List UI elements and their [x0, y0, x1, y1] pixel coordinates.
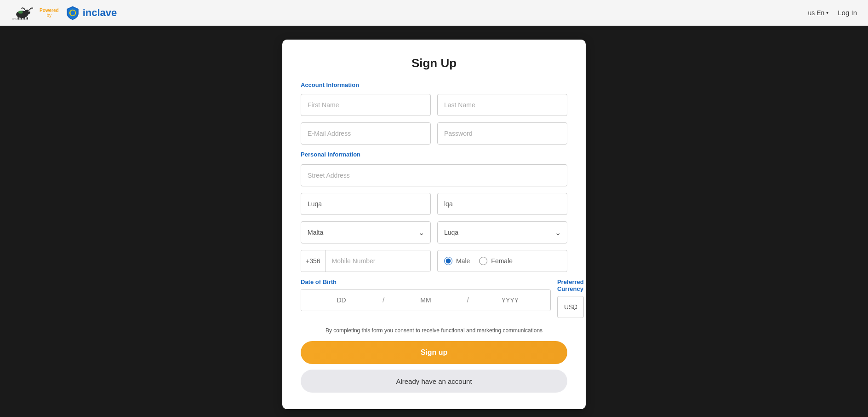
last-name-group — [437, 94, 567, 116]
dob-input-wrapper: / / — [301, 289, 551, 311]
bull-icon: RAGING BULL — [11, 5, 33, 21]
signup-form-card: Sign Up Account Information Personal Inf… — [282, 40, 586, 409]
personal-info-label: Personal Information — [301, 151, 567, 158]
country-select[interactable]: Malta United Kingdom United States Germa… — [301, 221, 431, 243]
gender-female-option[interactable]: Female — [479, 257, 513, 265]
region-select[interactable]: Luqa Valletta Birkirkara Qormi — [437, 221, 567, 243]
header-logo-area: RAGING BULL Powered by i inclave — [11, 5, 117, 21]
currency-select-wrapper: USD EUR GBP JPY ⌄ — [557, 296, 584, 318]
phone-group: +356 — [301, 250, 431, 272]
lang-label: us En — [808, 9, 824, 17]
svg-point-2 — [29, 10, 30, 12]
street-row — [301, 164, 567, 186]
inclave-in: in — [83, 7, 92, 18]
first-name-input[interactable] — [301, 94, 431, 116]
dob-label: Date of Birth — [301, 278, 551, 285]
account-info-label: Account Information — [301, 81, 567, 88]
street-group — [301, 164, 567, 186]
region-group: Luqa Valletta Birkirkara Qormi ⌄ — [437, 221, 567, 243]
email-group — [301, 122, 431, 145]
powered-by-label: Powered by — [40, 8, 59, 18]
dob-sep-1: / — [382, 296, 385, 304]
login-button[interactable]: Log In — [838, 9, 857, 17]
gender-selector: Male Female — [437, 250, 567, 272]
lang-chevron-icon: ▾ — [826, 10, 828, 15]
dob-month-input[interactable] — [385, 290, 466, 311]
dob-currency-row: Date of Birth / / Preferred Currency USD… — [301, 278, 567, 318]
street-input[interactable] — [301, 164, 567, 186]
raging-bull-logo: RAGING BULL — [11, 5, 33, 21]
gender-female-label: Female — [491, 257, 513, 265]
state-input[interactable] — [437, 193, 567, 215]
inclave-shield-icon: i — [65, 6, 80, 20]
gender-female-radio[interactable] — [479, 257, 487, 265]
signup-button[interactable]: Sign up — [301, 341, 567, 364]
main-content: Sign Up Account Information Personal Inf… — [0, 26, 868, 417]
city-group — [301, 193, 431, 215]
currency-label: Preferred Currency — [557, 278, 584, 292]
phone-country-code: +356 — [301, 250, 326, 272]
currency-select[interactable]: USD EUR GBP JPY — [557, 296, 584, 318]
password-input[interactable] — [437, 122, 567, 145]
dob-year-input[interactable] — [470, 290, 550, 311]
header: RAGING BULL Powered by i inclave us En ▾ — [0, 0, 868, 26]
dob-group: Date of Birth / / — [301, 278, 551, 318]
password-group — [437, 122, 567, 145]
gender-group: Male Female — [437, 250, 567, 272]
powered-text: Powered — [40, 8, 59, 13]
gender-male-option[interactable]: Male — [444, 257, 470, 265]
phone-field: +356 — [301, 250, 431, 272]
first-name-group — [301, 94, 431, 116]
city-state-row — [301, 193, 567, 215]
gender-male-radio[interactable] — [444, 257, 452, 265]
currency-group: Preferred Currency USD EUR GBP JPY ⌄ — [557, 278, 584, 318]
gender-male-label: Male — [456, 257, 470, 265]
city-input[interactable] — [301, 193, 431, 215]
form-title: Sign Up — [301, 56, 567, 70]
by-text: by — [47, 13, 52, 18]
inclave-name: inclave — [83, 7, 117, 19]
consent-text: By completing this form you consent to r… — [301, 327, 567, 334]
svg-point-7 — [18, 11, 23, 13]
language-selector[interactable]: us En ▾ — [808, 9, 828, 17]
svg-text:RAGING BULL: RAGING BULL — [12, 18, 27, 20]
name-row — [301, 94, 567, 116]
inclave-logo: i inclave — [65, 6, 117, 20]
inclave-clave: clave — [91, 7, 117, 18]
last-name-input[interactable] — [437, 94, 567, 116]
dob-sep-2: / — [466, 296, 469, 304]
dob-day-input[interactable] — [301, 290, 382, 311]
email-input[interactable] — [301, 122, 431, 145]
phone-gender-row: +356 Male Female — [301, 250, 567, 272]
country-region-row: Malta United Kingdom United States Germa… — [301, 221, 567, 243]
already-account-button[interactable]: Already have an account — [301, 370, 567, 393]
country-group: Malta United Kingdom United States Germa… — [301, 221, 431, 243]
state-group — [437, 193, 567, 215]
header-right-area: us En ▾ Log In — [808, 9, 857, 17]
email-password-row — [301, 122, 567, 145]
phone-number-input[interactable] — [326, 250, 430, 272]
